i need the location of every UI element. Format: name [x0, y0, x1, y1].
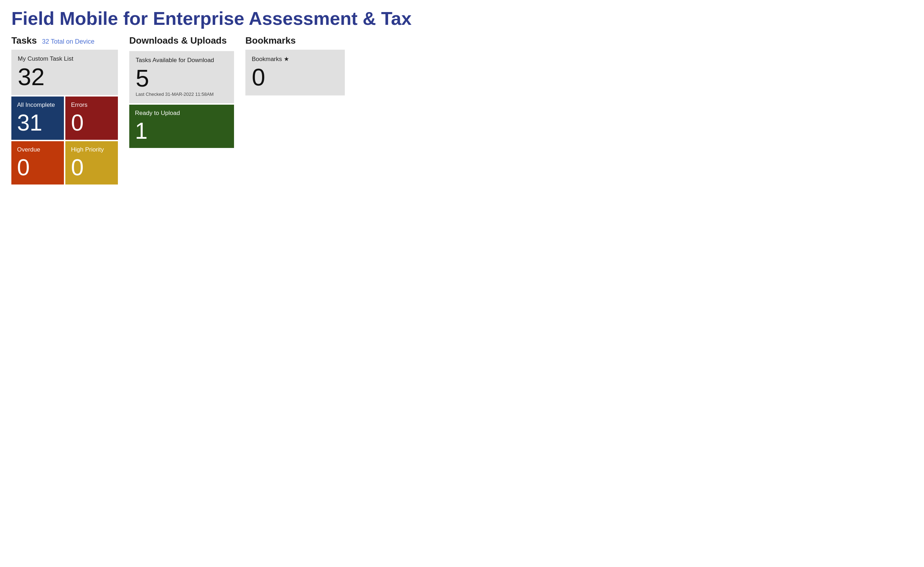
custom-task-list-count: 32 — [18, 64, 111, 89]
tasks-header-label: Tasks — [11, 35, 37, 46]
all-incomplete-count: 31 — [17, 111, 58, 134]
custom-task-list-tile[interactable]: My Custom Task List 32 — [11, 50, 118, 95]
tasks-header-subtitle: 32 Total on Device — [42, 38, 95, 45]
errors-tile[interactable]: Errors 0 — [65, 96, 118, 140]
overdue-count: 0 — [17, 156, 58, 179]
bookmarks-tile-count: 0 — [252, 65, 339, 89]
downloads-column: Downloads & Uploads Tasks Available for … — [129, 35, 234, 148]
all-incomplete-tile[interactable]: All Incomplete 31 — [11, 96, 64, 140]
all-incomplete-label: All Incomplete — [17, 102, 58, 109]
bookmarks-section-header: Bookmarks — [245, 35, 345, 46]
tasks-column: Tasks 32 Total on Device My Custom Task … — [11, 35, 118, 184]
errors-count: 0 — [71, 111, 112, 134]
tasks-available-download-last-checked: Last Checked 31-MAR-2022 11:58AM — [135, 92, 228, 97]
custom-task-list-label: My Custom Task List — [18, 56, 111, 63]
bookmarks-column: Bookmarks Bookmarks ★ 0 — [245, 35, 345, 96]
ready-to-upload-count: 1 — [135, 120, 228, 142]
tasks-available-download-count: 5 — [135, 66, 228, 90]
high-priority-label: High Priority — [71, 146, 112, 153]
overdue-tile[interactable]: Overdue 0 — [11, 141, 64, 184]
tasks-available-download-label: Tasks Available for Download — [135, 57, 228, 64]
overdue-label: Overdue — [17, 146, 58, 153]
bookmarks-tile-label: Bookmarks ★ — [252, 56, 339, 63]
high-priority-count: 0 — [71, 156, 112, 179]
ready-to-upload-tile[interactable]: Ready to Upload 1 — [129, 105, 234, 148]
downloads-header-label: Downloads & Uploads — [129, 35, 227, 46]
tasks-section-header: Tasks 32 Total on Device — [11, 35, 118, 46]
dashboard: Tasks 32 Total on Device My Custom Task … — [11, 35, 913, 184]
tasks-available-download-tile[interactable]: Tasks Available for Download 5 Last Chec… — [129, 51, 234, 103]
task-tiles-grid: All Incomplete 31 Errors 0 Overdue 0 Hig… — [11, 96, 118, 184]
errors-label: Errors — [71, 102, 112, 109]
bookmarks-header-label: Bookmarks — [245, 35, 296, 46]
ready-to-upload-label: Ready to Upload — [135, 110, 228, 117]
high-priority-tile[interactable]: High Priority 0 — [65, 141, 118, 184]
bookmarks-tile[interactable]: Bookmarks ★ 0 — [245, 50, 345, 96]
app-title: Field Mobile for Enterprise Assessment &… — [11, 9, 913, 29]
downloads-section-header: Downloads & Uploads — [129, 35, 234, 46]
